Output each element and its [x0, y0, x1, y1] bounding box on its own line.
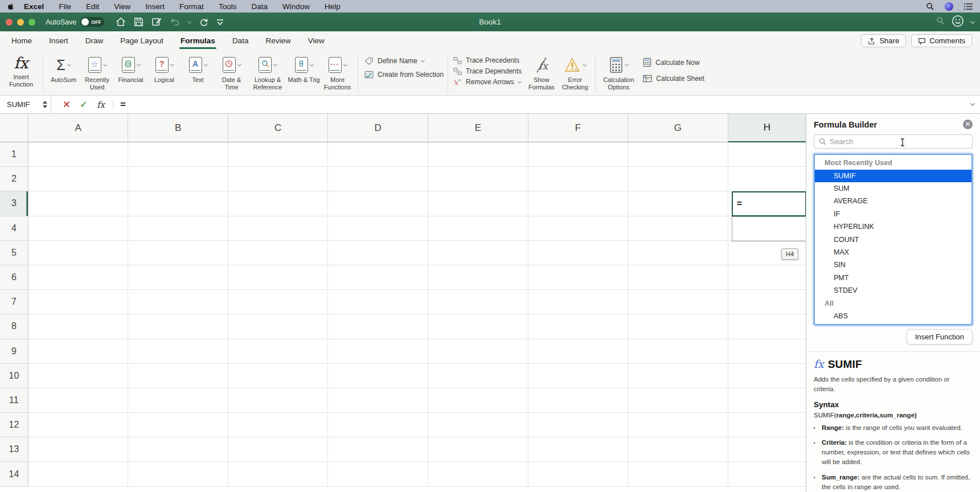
tab-formulas[interactable]: Formulas [181, 31, 215, 50]
menu-data[interactable]: Data [251, 2, 268, 11]
cell-B11[interactable] [128, 388, 228, 413]
zoom-window-button[interactable] [28, 19, 35, 26]
menu-format[interactable]: Format [179, 2, 204, 11]
row-header-14[interactable]: 14 [0, 462, 28, 486]
column-header-A[interactable]: A [28, 114, 129, 142]
row-header-1[interactable]: 1 [0, 142, 28, 167]
cell-B5[interactable] [128, 241, 228, 265]
cell-F6[interactable] [528, 265, 629, 290]
cell-C1[interactable] [228, 142, 329, 167]
cell-B10[interactable] [128, 364, 228, 388]
function-item-hyperlink[interactable]: HYPERLINK [815, 220, 971, 233]
function-item-stdev[interactable]: STDEV [815, 284, 971, 297]
cell-D13[interactable] [328, 437, 428, 462]
menu-window[interactable]: Window [282, 2, 310, 11]
cell-G6[interactable] [628, 265, 728, 290]
autosave-switch[interactable]: OFF [80, 17, 104, 27]
insert-function-button[interactable]: fx Insert Function [3, 52, 39, 94]
cell-F14[interactable] [528, 462, 629, 486]
error-checking-button[interactable]: Error Checking [559, 52, 591, 91]
cell-B7[interactable] [128, 290, 228, 314]
cell-D7[interactable] [328, 290, 428, 314]
formula-input[interactable]: = [120, 99, 126, 110]
name-box[interactable]: SUMIF [0, 96, 51, 113]
name-box-spinner[interactable] [43, 101, 47, 108]
function-item-average[interactable]: AVERAGE [815, 195, 971, 207]
chevron-down-icon[interactable] [309, 62, 313, 66]
calculate-sheet-button[interactable]: Calculate Sheet [643, 75, 704, 83]
cell-G10[interactable] [628, 364, 728, 388]
cell-C4[interactable] [228, 216, 329, 241]
autosave-toggle[interactable]: AutoSave OFF [46, 17, 104, 27]
chevron-down-icon[interactable] [237, 62, 241, 66]
cell-F2[interactable] [528, 167, 629, 191]
cell-D3[interactable] [328, 191, 428, 216]
menu-excel[interactable]: Excel [24, 2, 44, 11]
cell-E14[interactable] [428, 462, 528, 486]
chevron-down-icon[interactable] [583, 62, 587, 66]
cell-H9[interactable] [728, 339, 806, 364]
cell-E2[interactable] [428, 167, 528, 191]
cell-F13[interactable] [528, 437, 629, 462]
account-menu-chevron-icon[interactable] [970, 19, 975, 23]
cell-C10[interactable] [228, 364, 329, 388]
calculate-now-button[interactable]: Calculate Now [643, 58, 704, 67]
row-header-8[interactable]: 8 [0, 314, 28, 339]
cell-D5[interactable] [328, 241, 428, 265]
create-from-selection-button[interactable]: Create from Selection [364, 71, 444, 79]
cell-H13[interactable] [728, 437, 806, 462]
logical-button[interactable]: ? Logical [148, 52, 181, 84]
cell-G11[interactable] [628, 388, 728, 413]
cell-B1[interactable] [128, 142, 228, 167]
home-icon[interactable] [116, 17, 126, 27]
cell-F12[interactable] [528, 413, 629, 437]
cell-E13[interactable] [428, 437, 528, 462]
remove-arrows-button[interactable]: Remove Arrows [453, 78, 521, 86]
cell-G4[interactable] [628, 216, 728, 241]
row-header-4[interactable]: 4 [0, 216, 28, 241]
apple-icon[interactable] [7, 2, 15, 10]
confirm-entry-button[interactable]: ✓ [75, 99, 92, 110]
cell-G14[interactable] [628, 462, 728, 486]
trace-dependents-button[interactable]: Trace Dependents [453, 67, 522, 75]
cell-A3[interactable] [28, 191, 129, 216]
cell-C3[interactable] [228, 191, 329, 216]
assistant-icon[interactable] [945, 2, 953, 11]
insert-function-panel-button[interactable]: Insert Function [907, 329, 973, 345]
cell-E8[interactable] [428, 314, 528, 339]
cell-C13[interactable] [228, 437, 329, 462]
financial-button[interactable]: Financial [114, 52, 147, 84]
cell-F11[interactable] [528, 388, 629, 413]
menu-help[interactable]: Help [325, 2, 341, 11]
chevron-down-icon[interactable] [102, 62, 106, 66]
row-header-9[interactable]: 9 [0, 339, 28, 364]
show-formulas-button[interactable]: fx Show Formulas [525, 52, 557, 91]
cell-H12[interactable] [728, 413, 806, 437]
cell-B3[interactable] [128, 191, 228, 216]
control-center-icon[interactable] [963, 3, 973, 10]
cell-B4[interactable] [128, 216, 228, 241]
save-icon[interactable] [134, 17, 143, 27]
chevron-down-icon[interactable] [203, 62, 207, 66]
close-window-button[interactable] [6, 19, 13, 26]
cell-F9[interactable] [528, 339, 629, 364]
cell-H14[interactable] [728, 462, 806, 486]
cell-H2[interactable] [728, 167, 806, 191]
function-search-input[interactable]: Search [814, 134, 973, 149]
cell-E6[interactable] [428, 265, 528, 290]
column-header-F[interactable]: F [528, 114, 629, 142]
account-avatar-icon[interactable] [952, 15, 964, 30]
cell-B12[interactable] [128, 413, 228, 437]
define-name-button[interactable]: Define Name [364, 57, 424, 65]
tab-draw[interactable]: Draw [85, 31, 104, 50]
cell-E5[interactable] [428, 241, 528, 265]
titlebar-search-icon[interactable] [936, 17, 945, 27]
row-header-5[interactable]: 5 [0, 241, 28, 265]
cell-E7[interactable] [428, 290, 528, 314]
chevron-down-icon[interactable] [67, 62, 71, 66]
cell-C11[interactable] [228, 388, 329, 413]
cell-H11[interactable] [728, 388, 806, 413]
active-cell-H3[interactable]: = [732, 191, 806, 216]
cell-E10[interactable] [428, 364, 528, 388]
cell-C12[interactable] [228, 413, 329, 437]
